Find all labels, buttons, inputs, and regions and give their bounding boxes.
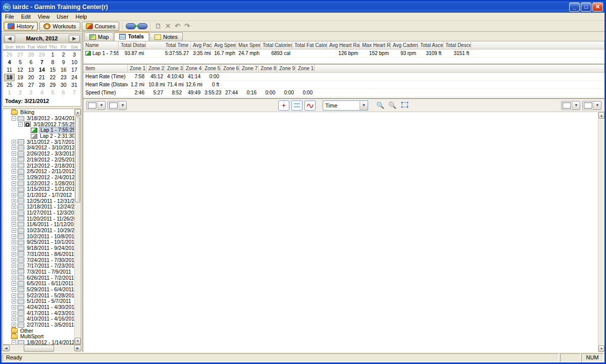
calendar-day[interactable]: 3: [69, 51, 79, 59]
chevron-down-icon[interactable]: ▼: [119, 101, 126, 110]
calendar-day[interactable]: 27: [15, 51, 25, 59]
calendar-day[interactable]: 17: [69, 66, 79, 74]
column-header[interactable]: Total Distance: [119, 41, 146, 49]
tree-item[interactable]: +5/1/2011 - 5/7/2011: [3, 298, 74, 304]
calendar-day[interactable]: 11: [4, 66, 15, 74]
undo-icon[interactable]: ↶: [173, 22, 181, 30]
tree-item[interactable]: +5/29/2011 - 6/4/2011: [3, 287, 74, 293]
tree-item[interactable]: +3/11/2012 - 3/17/2012: [3, 139, 74, 145]
calendar-day[interactable]: 31: [69, 81, 79, 89]
tree-item[interactable]: +2/5/2012 - 2/11/2012: [3, 169, 74, 175]
calendar-day[interactable]: 16: [58, 66, 69, 74]
expand-icon[interactable]: +: [12, 204, 16, 209]
table-row[interactable]: Lap 1 - 7:55…93.87 mi5:37:55.273:35 /mi1…: [83, 49, 604, 58]
column-header[interactable]: Max Speed: [236, 41, 261, 49]
pace-color-dropdown[interactable]: ▼: [108, 101, 127, 110]
calendar-day[interactable]: 4: [36, 89, 47, 96]
tree-item[interactable]: +6/5/2011 - 6/11/2011: [3, 281, 74, 287]
zoom-fit-button[interactable]: [399, 101, 410, 110]
expand-icon[interactable]: +: [12, 258, 16, 263]
expand-icon[interactable]: +: [12, 234, 16, 239]
calendar-day[interactable]: 29: [36, 51, 47, 59]
calendar-day[interactable]: 2: [15, 89, 25, 96]
calendar-day[interactable]: 29: [47, 81, 58, 89]
calendar-day[interactable]: 6: [26, 59, 36, 66]
column-header[interactable]: Item: [83, 65, 128, 72]
courses-button[interactable]: Courses: [82, 22, 120, 31]
zone-bands-toggle-button[interactable]: [291, 100, 302, 111]
tree-item[interactable]: +2/19/2012 - 2/25/2012: [3, 157, 74, 163]
scroll-down-arrow[interactable]: ▼: [598, 345, 604, 352]
calendar-day[interactable]: 23: [58, 74, 69, 81]
column-header[interactable]: Avg Pace: [191, 41, 212, 49]
receive-from-device-icon[interactable]: [137, 23, 147, 29]
send-to-device-icon[interactable]: [126, 23, 136, 29]
line-graph-toggle-button[interactable]: [305, 100, 316, 111]
expand-icon[interactable]: +: [12, 175, 16, 180]
calendar-day[interactable]: 20: [26, 74, 36, 81]
column-header[interactable]: Avg Heart Rate: [327, 41, 360, 49]
calendar-day[interactable]: 15: [47, 66, 58, 74]
hrpct-color-dropdown[interactable]: ▼: [561, 101, 580, 110]
chevron-down-icon[interactable]: ▼: [572, 101, 580, 110]
expand-icon[interactable]: +: [12, 270, 16, 274]
collapse-icon[interactable]: −: [12, 340, 16, 344]
chevron-down-icon[interactable]: ▼: [360, 101, 368, 110]
lap-chart[interactable]: [83, 112, 598, 352]
zoom-out-button[interactable]: 🔍: [387, 101, 397, 109]
menu-help[interactable]: Help: [72, 13, 91, 20]
tree-item[interactable]: +1/22/2012 - 1/28/2012: [3, 180, 74, 186]
expand-icon[interactable]: +: [12, 299, 16, 303]
tab-map[interactable]: Map: [84, 32, 114, 41]
expand-icon[interactable]: +: [12, 305, 16, 309]
x-axis-mode-select[interactable]: Time ▼: [323, 100, 368, 111]
tree-item[interactable]: +1/29/2012 - 2/4/2012: [3, 175, 74, 181]
title-bar[interactable]: TC lairdc - Garmin Training Center(r) _ …: [2, 2, 604, 13]
column-header[interactable]: Total Fat Calories: [292, 41, 327, 49]
calendar-day[interactable]: 8: [47, 59, 58, 66]
tree-item[interactable]: +7/3/2011 - 7/9/2011: [3, 269, 74, 275]
column-header[interactable]: Zone 3: [165, 65, 184, 72]
chart-vertical-scrollbar[interactable]: ▲ ▼: [598, 112, 604, 352]
column-header[interactable]: Zone 7: [240, 65, 259, 72]
delete-icon[interactable]: ✕: [164, 22, 172, 30]
tree-item[interactable]: Biking: [3, 110, 74, 116]
table-row[interactable]: Heart Rate (Distance)1.2 mi10.8 mi71.4 m…: [83, 81, 604, 89]
tree-item[interactable]: +6/26/2011 - 7/2/2011: [3, 275, 74, 281]
scroll-down-arrow[interactable]: ▼: [75, 338, 81, 344]
speed-color-dropdown[interactable]: ▼: [582, 101, 601, 110]
expand-icon[interactable]: +: [12, 287, 16, 292]
expand-icon[interactable]: +: [12, 317, 16, 321]
tree-item[interactable]: +5/22/2011 - 5/28/2011: [3, 292, 74, 298]
tab-notes[interactable]: Notes: [149, 32, 183, 41]
expand-icon[interactable]: +: [12, 187, 16, 191]
expand-icon[interactable]: +: [12, 323, 16, 327]
scroll-thumb[interactable]: [75, 117, 80, 202]
tree-item[interactable]: +7/17/2011 - 7/23/2011: [3, 263, 74, 269]
column-header[interactable]: Name: [83, 41, 119, 49]
column-header[interactable]: Zone 5: [203, 65, 221, 72]
tree-item[interactable]: +4/17/2011 - 4/23/2011: [3, 310, 74, 316]
tree-item[interactable]: +11/6/2011 - 11/12/2011: [3, 222, 74, 228]
calendar-day[interactable]: 25: [4, 81, 15, 89]
minimize-button[interactable]: _: [569, 3, 580, 12]
tree-item[interactable]: +3/4/2012 - 3/10/2012: [3, 145, 74, 151]
calendar-day[interactable]: 6: [58, 89, 69, 96]
column-header[interactable]: Zone 9: [277, 65, 296, 72]
column-header[interactable]: Avg Cadence: [391, 41, 418, 49]
expand-icon[interactable]: +: [12, 222, 16, 227]
expand-icon[interactable]: +: [12, 181, 16, 186]
column-header[interactable]: Zone 8: [259, 65, 277, 72]
tree-item[interactable]: +7/31/2011 - 8/6/2011: [3, 251, 74, 257]
tree-item[interactable]: +12/25/2011 - 12/31/2011: [3, 198, 74, 204]
tree-item[interactable]: +4/10/2011 - 4/16/2011: [3, 316, 74, 322]
expand-icon[interactable]: +: [12, 252, 16, 256]
scroll-up-arrow[interactable]: ▲: [75, 109, 81, 116]
expand-icon[interactable]: +: [12, 240, 16, 244]
calendar-day[interactable]: 21: [36, 74, 47, 81]
chevron-down-icon[interactable]: ▼: [593, 101, 601, 110]
calendar-day[interactable]: 4: [4, 59, 15, 66]
calendar-day[interactable]: 7: [36, 59, 47, 66]
column-header[interactable]: Total Calories: [261, 41, 292, 49]
calendar-prev-button[interactable]: ◀: [4, 35, 15, 42]
